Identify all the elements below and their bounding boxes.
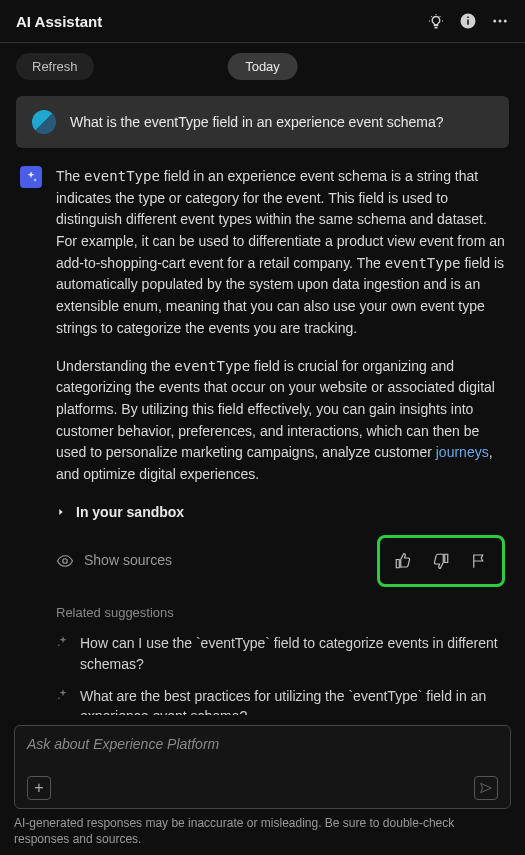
related-suggestions-title: Related suggestions <box>56 603 505 623</box>
disclaimer-text: AI-generated responses may be inaccurate… <box>14 815 511 847</box>
user-message-text: What is the eventType field in an experi… <box>70 114 444 130</box>
svg-point-5 <box>504 20 507 23</box>
thumbs-up-button[interactable] <box>388 546 418 576</box>
svg-point-3 <box>493 20 496 23</box>
sandbox-label: In your sandbox <box>76 502 184 524</box>
input-placeholder: Ask about Experience Platform <box>27 736 498 752</box>
ai-sparkle-icon <box>20 166 42 188</box>
code-eventtype: eventType <box>385 255 461 271</box>
sources-row: Show sources <box>56 535 505 587</box>
sparkle-icon <box>56 635 70 674</box>
suggestion-text: What are the best practices for utilizin… <box>80 686 505 715</box>
conversation-content: What is the eventType field in an experi… <box>0 96 525 715</box>
today-pill[interactable]: Today <box>227 53 298 80</box>
header-icons <box>427 12 509 30</box>
svg-rect-1 <box>467 20 469 25</box>
feedback-box <box>377 535 505 587</box>
sparkle-icon <box>56 688 70 715</box>
message-input[interactable]: Ask about Experience Platform + <box>14 725 511 809</box>
suggestion-item[interactable]: How can I use the `eventType` field to c… <box>56 633 505 674</box>
ai-message: The eventType field in an experience eve… <box>16 166 509 715</box>
lightbulb-icon[interactable] <box>427 12 445 30</box>
more-icon[interactable] <box>491 12 509 30</box>
code-eventtype: eventType <box>84 168 160 184</box>
suggestion-text: How can I use the `eventType` field to c… <box>80 633 505 674</box>
ai-message-body: The eventType field in an experience eve… <box>56 166 505 715</box>
user-avatar <box>32 110 56 134</box>
send-button[interactable] <box>474 776 498 800</box>
info-icon[interactable] <box>459 12 477 30</box>
code-eventtype: eventType <box>174 358 250 374</box>
eye-icon <box>56 552 74 570</box>
journeys-link[interactable]: journeys <box>436 444 489 460</box>
suggestion-item[interactable]: What are the best practices for utilizin… <box>56 686 505 715</box>
app-header: AI Assistant <box>0 0 525 43</box>
thumbs-down-button[interactable] <box>426 546 456 576</box>
svg-point-4 <box>499 20 502 23</box>
footer: Ask about Experience Platform + AI-gener… <box>0 715 525 855</box>
user-message: What is the eventType field in an experi… <box>16 96 509 148</box>
sources-label: Show sources <box>84 550 172 572</box>
chevron-right-icon <box>56 507 66 517</box>
flag-button[interactable] <box>464 546 494 576</box>
app-title: AI Assistant <box>16 13 102 30</box>
add-button[interactable]: + <box>27 776 51 800</box>
svg-point-6 <box>63 559 68 564</box>
refresh-button[interactable]: Refresh <box>16 53 94 80</box>
input-row: + <box>27 776 498 800</box>
subheader: Refresh Today <box>0 43 525 96</box>
sandbox-toggle[interactable]: In your sandbox <box>56 502 505 524</box>
show-sources-button[interactable]: Show sources <box>56 550 172 572</box>
svg-rect-2 <box>467 17 469 19</box>
ai-paragraph-1: The eventType field in an experience eve… <box>56 166 505 340</box>
ai-paragraph-2: Understanding the eventType field is cru… <box>56 356 505 486</box>
